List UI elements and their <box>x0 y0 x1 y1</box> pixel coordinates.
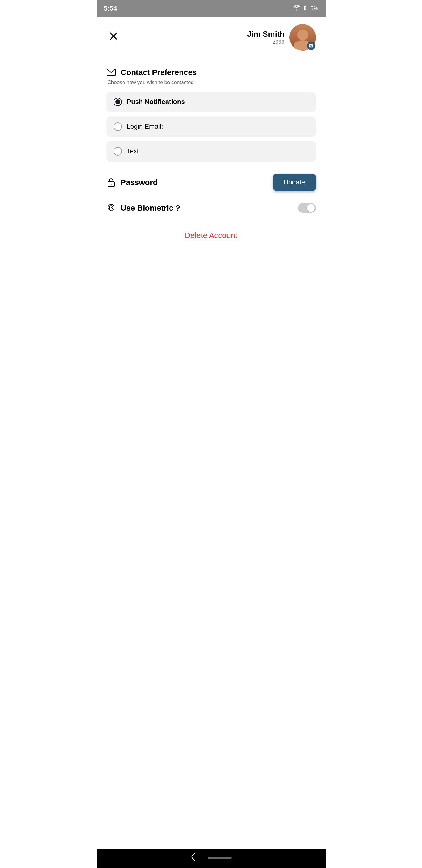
status-icons: 5% <box>293 5 318 12</box>
status-bar: 5:54 5% <box>97 0 326 17</box>
biometric-section: Use Biometric ? <box>106 203 316 213</box>
text-radio[interactable] <box>113 147 122 156</box>
password-left: Password <box>106 178 158 187</box>
user-info: Jim Smith z999 <box>247 24 316 51</box>
delete-account-section: Delete Account <box>106 231 316 240</box>
bottom-nav <box>97 849 326 868</box>
push-notifications-option[interactable]: Push Notifications <box>106 92 316 112</box>
password-title: Password <box>121 178 158 187</box>
contact-preferences-subtitle: Choose how you wish to be contacted <box>106 80 316 86</box>
user-name-section: Jim Smith z999 <box>247 30 284 45</box>
login-email-radio[interactable] <box>113 122 122 131</box>
update-password-button[interactable]: Update <box>273 174 316 191</box>
user-id: z999 <box>247 39 284 45</box>
back-button[interactable] <box>191 852 195 863</box>
home-bar <box>207 857 232 859</box>
delete-account-button[interactable]: Delete Account <box>185 231 237 240</box>
user-name: Jim Smith <box>247 30 284 39</box>
contact-preferences-section: Contact Preferences Choose how you wish … <box>106 67 316 161</box>
status-time: 5:54 <box>104 4 117 12</box>
camera-icon <box>309 43 314 48</box>
password-section: Password Update <box>106 174 316 191</box>
avatar-container[interactable] <box>289 24 316 51</box>
mail-icon <box>106 67 116 77</box>
push-notifications-radio[interactable] <box>113 98 122 106</box>
biometric-title: Use Biometric ? <box>121 204 181 213</box>
login-email-option[interactable]: Login Email: <box>106 116 316 137</box>
text-label: Text <box>127 147 139 155</box>
lock-icon <box>106 178 116 187</box>
biometric-left: Use Biometric ? <box>106 203 181 213</box>
header: Jim Smith z999 <box>106 17 316 56</box>
wifi-icon <box>293 5 300 12</box>
battery-icon <box>302 5 308 12</box>
fingerprint-icon <box>106 203 116 213</box>
close-icon <box>109 31 118 41</box>
text-option[interactable]: Text <box>106 141 316 161</box>
main-content: Jim Smith z999 <box>97 17 326 849</box>
biometric-toggle[interactable] <box>298 203 316 213</box>
camera-badge[interactable] <box>307 41 315 50</box>
contact-preferences-header: Contact Preferences <box>106 67 316 77</box>
push-notifications-label: Push Notifications <box>127 98 185 106</box>
close-button[interactable] <box>106 29 121 43</box>
battery-percentage: 5% <box>310 5 318 12</box>
login-email-label: Login Email: <box>127 123 163 130</box>
contact-preferences-title: Contact Preferences <box>121 68 197 77</box>
